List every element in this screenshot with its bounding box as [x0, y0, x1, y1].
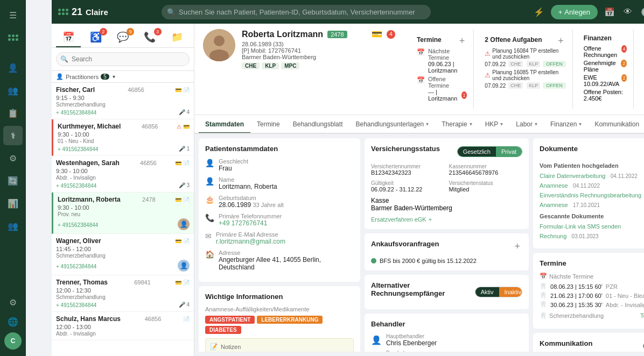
patient-header-id: 2478	[327, 31, 347, 38]
doc-link3[interactable]: Einverständnis Rechnungsbearbeitung	[540, 192, 641, 198]
filter-icon[interactable]: ⚡	[531, 5, 547, 19]
field-geschlecht: 👤 Geschlecht Frau	[205, 158, 354, 172]
email-link[interactable]: r.loritzmann@gmail.com	[216, 238, 285, 245]
patient-item[interactable]: Wagner, Oliver 💳 📄 11:45 - 12:00 Schmerz…	[52, 234, 194, 275]
doc-icon: 📄	[183, 87, 190, 93]
doc-link2[interactable]: Anamnese	[540, 182, 568, 189]
nav-globe-icon[interactable]: 🌐	[3, 312, 23, 331]
inaktiv-btn[interactable]: Inaktiv	[499, 287, 523, 297]
patient-time: 9:30 - 10:00	[58, 131, 190, 138]
ins-grid: Versichertennummer B12342342323 Kassennu…	[371, 163, 522, 193]
col-mid: Versicherungsstatus Gesetzlich Privat Ve…	[365, 138, 529, 352]
tab-kommunikation[interactable]: Kommunikation	[588, 116, 644, 133]
tab-labor[interactable]: Labor ▾	[509, 116, 544, 133]
tab-chat[interactable]: 💬9	[110, 28, 135, 47]
header-actions: ⚡ + Anlegen 📅 👁 🕐 💳 📋	[531, 5, 644, 19]
tab-therapie[interactable]: Therapie ▾	[435, 116, 478, 133]
alert-icon: ⚠	[177, 124, 181, 130]
gesetzlich-btn[interactable]: Gesetzlich	[458, 147, 496, 156]
nav-avatar[interactable]: C	[3, 331, 23, 351]
nav-reports-icon[interactable]: 📋	[3, 103, 23, 123]
patient-item[interactable]: Westenhagen, Sarah 46856 💳 📄 9:30 - 10:0…	[52, 156, 194, 193]
patient-list: Fischer, Carl 46856 💳 📄 9:15 - 9:30 Schm…	[52, 83, 194, 356]
ersatz-link[interactable]: Ersatzverfahren eGK +	[371, 216, 522, 223]
phone-link[interactable]: +49 1727676741	[219, 219, 267, 227]
search-input[interactable]	[162, 5, 431, 19]
insurance-header: Versicherungsstatus Gesetzlich Privat	[371, 145, 522, 158]
tab-phone[interactable]: 📞3	[137, 28, 162, 47]
tab-calendar[interactable]: 📅	[56, 28, 81, 47]
anlegen-button[interactable]: + Anlegen	[551, 5, 598, 19]
card-icon3: 💳	[175, 238, 181, 244]
warn-icon2: ⚠	[485, 72, 491, 79]
patient-item-selected[interactable]: Loritzmann, Roberta 2478 💳 📄 9:30 - 10:0…	[52, 193, 194, 234]
tab-behandlungsunterlagen[interactable]: Behandlungsunterlagen ▾	[349, 116, 435, 133]
nav-patient-icon[interactable]: 👤	[3, 58, 23, 77]
doc-link1[interactable]: Claire Datenverarbeitung	[540, 173, 605, 179]
chevron-down-icon: ▾	[426, 121, 429, 127]
ankauf-header: Ankaufsvoranfragen +	[371, 240, 522, 253]
patient-item[interactable]: Trenner, Thomas 69841 💳 📄 12:00 - 12:30 …	[52, 275, 194, 312]
doc-link5[interactable]: Formular-Link via SMS senden	[540, 223, 621, 230]
nav-menu-icon[interactable]: ☰	[3, 5, 23, 25]
nav-team-icon[interactable]: 👥	[3, 216, 23, 236]
dokumente-title: Dokumente	[540, 145, 578, 153]
privat-btn[interactable]: Privat	[496, 147, 522, 156]
patient-search-input[interactable]	[56, 52, 190, 66]
cal-icon3: 📅	[540, 273, 547, 280]
kommunikation-title: Kommunikation	[540, 339, 592, 347]
person-icon2: 👤	[205, 177, 214, 186]
patient-item[interactable]: Schulz, Hans Marcus 46856 📄 12:00 - 13:0…	[52, 312, 194, 340]
tab-folder[interactable]: 📁	[165, 28, 190, 47]
ankauf-status: BFS bis 2000 € gültig bis 15.12.2022	[371, 258, 522, 264]
versicherung-card: Versicherungsstatus Gesetzlich Privat Ve…	[365, 138, 529, 229]
patient-list-panel: 📅 ♿2 💬9 📞3 📁 🔍 👤 Practitioners 5	[52, 24, 194, 356]
practitioners-icon: 👤	[56, 73, 64, 80]
tab-stammdaten[interactable]: Stammdaten	[199, 116, 250, 133]
chevron-down-icon3: ▾	[500, 121, 503, 127]
tab-behandlungsblatt[interactable]: Behandlungsblatt	[286, 116, 349, 133]
fin-row2: Genehmigte Pläne 2	[584, 60, 627, 73]
aufgaben-add-btn[interactable]: +	[556, 34, 566, 48]
birthday-icon: 🎂	[205, 195, 214, 204]
gescannte-title: Gescannte Dokumente	[540, 213, 644, 219]
tab-finanzen[interactable]: Finanzen ▾	[544, 116, 588, 133]
nav-refresh-icon[interactable]: 🔄	[3, 171, 23, 190]
summary-row: Termine + 📅 Nächste Termine 09.06.23 | L…	[408, 29, 644, 109]
patient-item[interactable]: Kurthmeyer, Michael 46856 ⚠ 💳 9:30 - 10:…	[52, 119, 194, 156]
eye-icon[interactable]: 👁	[621, 5, 634, 19]
col-right: Dokumente 🔍 💾 + Vom Patienten hochgelade…	[533, 138, 644, 352]
nav-active-icon[interactable]: ⚕	[3, 126, 23, 145]
termin-planen-btn[interactable]: Termin planen +	[640, 311, 644, 320]
tab-wheelchair[interactable]: ♿2	[83, 28, 108, 47]
aktiv-btn[interactable]: Aktiv	[475, 287, 499, 297]
practitioners-bar[interactable]: 👤 Practitioners 5 ▾	[52, 71, 194, 83]
behandler-haupt: 👤 Hauptbehandler Chris Ebenberger	[371, 333, 522, 347]
finanzen-title: Finanzen	[584, 34, 627, 42]
history-icon[interactable]: 🕐	[639, 5, 644, 19]
nav-settings2-icon[interactable]: ⚙	[3, 293, 23, 312]
ankauf-add-btn[interactable]: +	[513, 240, 523, 253]
tag-diabetes: DIABETES	[205, 326, 241, 334]
nav-analytics-icon[interactable]: 📊	[3, 194, 23, 213]
tab-hkp[interactable]: HKP ▾	[479, 116, 510, 133]
cal-icon2: 📅	[417, 76, 425, 84]
termine-item3: 🦷 30.06.23 | 15:35 30' Abdr. - Invisalig…	[540, 301, 644, 308]
offen-btn2[interactable]: OFFEN	[543, 82, 566, 89]
ins-status: Versichertenstatus Mitglied	[449, 180, 523, 193]
patient-item[interactable]: Fischer, Carl 46856 💳 📄 9:15 - 9:30 Schm…	[52, 83, 194, 119]
termine-add-btn[interactable]: +	[457, 34, 467, 48]
patient-header-details: 28.06.1989 (33) [P] Mobil: 1727676741 Ba…	[242, 41, 395, 60]
ins-versichertennr: Versichertennummer B12342342323	[371, 163, 445, 176]
nav-settings-icon[interactable]: ⚙	[3, 148, 23, 168]
doc-link6[interactable]: Rechnung	[540, 233, 566, 239]
summary-aufgaben: 2 Offene Aufgaben + ⚠ Planung 16084 TP e…	[478, 29, 572, 109]
tooth-icon1: 🦷	[540, 283, 547, 290]
offen-btn[interactable]: OFFEN	[543, 61, 566, 67]
calendar-icon[interactable]: 📅	[602, 5, 617, 19]
tab-termine[interactable]: Termine	[250, 116, 286, 133]
aufgaben-title: 2 Offene Aufgaben	[485, 36, 542, 44]
doc-link4[interactable]: Anamnese	[540, 202, 568, 208]
nav-patients-icon[interactable]: 👥	[3, 81, 23, 100]
home-icon: 🏠	[205, 250, 214, 259]
